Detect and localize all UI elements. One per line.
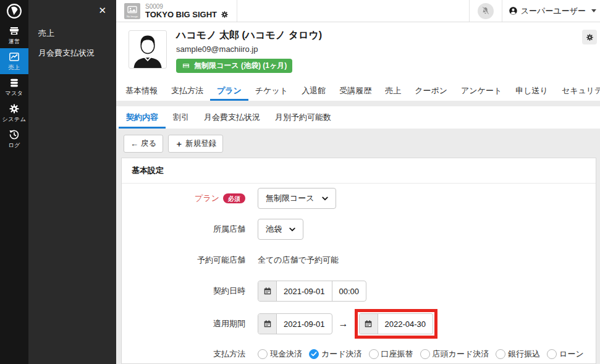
history-icon (9, 129, 20, 140)
radio-circle (496, 349, 505, 359)
subtab-contract-details[interactable]: 契約内容 (119, 106, 166, 129)
person-circle-icon (509, 6, 518, 15)
sidebar-item-label: 運営 (9, 38, 20, 46)
sidebar-item-master[interactable]: マスタ (0, 74, 28, 100)
bookable-stores-label: 予約可能店舗 (197, 255, 245, 266)
radio-cash[interactable]: 現金決済 (258, 349, 302, 360)
plan-row: プラン 必須 無制限コース (122, 188, 596, 209)
tab-ticket[interactable]: チケット (248, 80, 295, 101)
submenu-item-monthly-fee-status[interactable]: 月会費支払状況 (28, 43, 116, 63)
bookable-stores-value: 全ての店舗で予約可能 (258, 255, 339, 266)
radio-instore-card[interactable]: 店頭カード決済 (420, 349, 489, 360)
sidebar-item-log[interactable]: ログ (0, 126, 28, 152)
tab-attendance-history[interactable]: 受講履歴 (332, 80, 378, 101)
new-registration-label: 新規登録 (185, 138, 216, 149)
radio-label: 口座振替 (381, 349, 413, 360)
sub-tabbar: 契約内容 割引 月会費支払状況 月別予約可能数 (116, 106, 600, 129)
icon-sidebar: 運営 売上 マスタ システム ログ (0, 0, 28, 364)
calendar-icon[interactable] (258, 281, 277, 301)
notification-section (469, 0, 502, 22)
contract-datetime-label: 契約日時 (213, 286, 245, 297)
radio-label: カード決済 (321, 349, 362, 360)
credit-card-icon (182, 62, 190, 69)
user-menu[interactable]: スーパーユーザー (502, 0, 600, 22)
tab-survey[interactable]: アンケート (454, 80, 509, 101)
check-icon (311, 352, 317, 357)
plan-select[interactable]: 無制限コース (258, 188, 336, 209)
member-email: sample09@machiiro.jp (176, 44, 600, 54)
calendar-icon[interactable] (258, 314, 277, 334)
store-label: 所属店舗 (213, 224, 245, 235)
avatar (129, 30, 167, 69)
tab-security[interactable]: セキュリティ (555, 80, 600, 101)
gear-icon (586, 33, 594, 41)
period-end-group: 2022-04-30 (359, 313, 434, 334)
radio-bank-transfer-debit[interactable]: 口座振替 (369, 349, 413, 360)
subtab-monthly-reservation-limit[interactable]: 月別予約可能数 (268, 106, 339, 129)
calendar-icon[interactable] (360, 314, 378, 334)
notifications-muted-button[interactable] (478, 3, 494, 19)
submenu-item-sales[interactable]: 売上 (28, 23, 116, 43)
main-area: No Image S0009 TOKYO BIG SIGHT スーパーユーザー (116, 0, 600, 364)
bookable-stores-row: 予約可能店舗 全ての店舗で予約可能 (122, 250, 596, 271)
contract-time-input[interactable]: 00:00 (332, 281, 366, 301)
subtab-monthly-fee-status[interactable]: 月会費支払状況 (196, 106, 268, 129)
subtab-discount[interactable]: 割引 (166, 106, 196, 129)
content-area: ← 戻る ＋ 新規登録 基本設定 プラン 必須 無制限コ (116, 129, 600, 364)
store-selector[interactable]: No Image S0009 TOKYO BIG SIGHT (116, 0, 237, 22)
payment-method-label: 支払方法 (213, 349, 245, 360)
payment-method-row: 支払方法 現金決済 カード決済 (122, 344, 596, 364)
back-button-label: 戻る (141, 138, 156, 149)
chevron-down-icon (289, 227, 295, 232)
close-icon[interactable]: ✕ (98, 4, 106, 17)
member-profile-header: ハコモノ 太郎 (ハコモノ タロウ) sample09@machiiro.jp … (116, 22, 600, 80)
back-button[interactable]: ← 戻る (124, 135, 163, 153)
period-end-input[interactable]: 2022-04-30 (378, 314, 433, 334)
tab-entry-exit[interactable]: 入退館 (295, 80, 332, 101)
caret-down-icon (591, 9, 596, 12)
toolbar: ← 戻る ＋ 新規登録 (124, 135, 600, 153)
radio-circle (369, 349, 379, 359)
sidebar-item-operations[interactable]: 運営 (0, 22, 28, 48)
app-logo[interactable] (0, 0, 28, 22)
main-tabbar: 基本情報 支払方法 プラン チケット 入退館 受講履歴 売上 クーポン アンケー… (116, 80, 600, 101)
store-select-value: 池袋 (266, 224, 282, 235)
radio-circle (420, 349, 430, 359)
sidebar-item-label: マスタ (5, 90, 23, 98)
tab-sales[interactable]: 売上 (378, 80, 408, 101)
tab-payment-method[interactable]: 支払方法 (164, 80, 210, 101)
svg-text:No Image: No Image (127, 14, 138, 17)
store-select[interactable]: 池袋 (258, 219, 303, 240)
radio-circle (547, 349, 557, 359)
payment-method-options: 現金決済 カード決済 口座振替 (258, 349, 584, 360)
period-start-input[interactable]: 2021-09-01 (277, 314, 332, 334)
new-registration-button[interactable]: ＋ 新規登録 (168, 135, 223, 153)
topbar: No Image S0009 TOKYO BIG SIGHT スーパーユーザー (116, 0, 600, 22)
sidebar-item-label: システム (2, 116, 27, 124)
radio-label: 銀行振込 (508, 349, 540, 360)
tab-coupon[interactable]: クーポン (408, 80, 454, 101)
store-settings-gear-icon[interactable] (221, 11, 229, 19)
tab-handover[interactable]: 申し送り (509, 80, 555, 101)
plan-badge: 無制限コース (池袋) (1ヶ月) (176, 59, 292, 73)
radio-card[interactable]: カード決済 (309, 349, 362, 360)
store-name: TOKYO BIG SIGHT (145, 10, 217, 19)
sidebar-item-system[interactable]: システム (0, 100, 28, 126)
period-row: 適用期間 2021-09-01 → 2022-04-30 (122, 309, 596, 339)
bell-slash-icon (481, 6, 490, 15)
highlight-box: 2022-04-30 (355, 309, 438, 339)
user-name: スーパーユーザー (521, 6, 586, 17)
radio-loan[interactable]: ローン (547, 349, 584, 360)
radio-label: ローン (559, 349, 584, 360)
contract-datetime-row: 契約日時 2021-09-01 00:00 (122, 281, 596, 302)
period-start-group: 2021-09-01 (258, 313, 332, 334)
radio-bank-wire[interactable]: 銀行振込 (496, 349, 540, 360)
gear-icon (9, 103, 20, 114)
sidebar-item-sales[interactable]: 売上 (0, 48, 28, 74)
tab-basic-info[interactable]: 基本情報 (119, 80, 164, 101)
chevron-down-icon (322, 197, 328, 201)
contract-date-input[interactable]: 2021-09-01 (277, 281, 332, 301)
profile-settings-button[interactable] (582, 30, 597, 44)
tab-plan[interactable]: プラン (210, 80, 248, 101)
sidebar-item-label: ログ (8, 142, 20, 150)
